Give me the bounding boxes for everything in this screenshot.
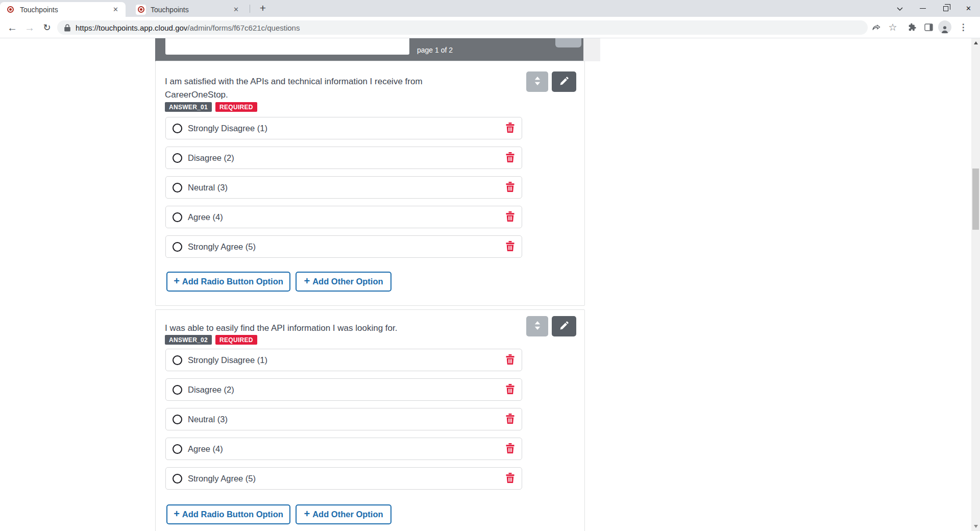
answer-id-badge: ANSWER_02 xyxy=(165,335,212,345)
option-label: Strongly Disagree (1) xyxy=(188,355,267,365)
panel-edge xyxy=(583,38,600,61)
delete-option-button[interactable] xyxy=(506,443,514,455)
profile-avatar[interactable] xyxy=(937,19,952,35)
answer-option-row: Disagree (2) xyxy=(165,147,522,169)
edit-question-button[interactable] xyxy=(552,71,576,92)
radio-button-icon[interactable] xyxy=(173,183,182,192)
answer-option-row: Disagree (2) xyxy=(165,378,522,401)
trash-icon xyxy=(506,354,514,366)
forward-icon[interactable]: → xyxy=(21,19,38,36)
delete-option-button[interactable] xyxy=(506,473,514,485)
page-indicator: page 1 of 2 xyxy=(417,38,453,61)
option-label: Disagree (2) xyxy=(188,385,234,395)
move-question-button[interactable] xyxy=(526,71,548,92)
share-icon[interactable] xyxy=(869,19,884,35)
answer-option-row: Strongly Agree (5) xyxy=(165,235,522,258)
delete-option-button[interactable] xyxy=(506,152,514,164)
option-label: Disagree (2) xyxy=(188,153,234,163)
option-label: Strongly Disagree (1) xyxy=(188,124,267,133)
radio-button-icon[interactable] xyxy=(173,355,182,365)
tab-close-icon[interactable]: ✕ xyxy=(111,5,120,14)
sort-icon xyxy=(534,76,541,87)
answer-option-row: Neutral (3) xyxy=(165,176,522,199)
radio-button-icon[interactable] xyxy=(173,385,182,395)
delete-option-button[interactable] xyxy=(506,123,514,134)
trash-icon xyxy=(506,182,514,194)
answer-option-row: Strongly Disagree (1) xyxy=(165,117,522,139)
section-tool-button[interactable] xyxy=(555,38,581,47)
extensions-icon[interactable] xyxy=(904,19,920,35)
trash-icon xyxy=(506,414,514,425)
plus-icon: + xyxy=(174,508,180,520)
tab-title: Touchpoints xyxy=(20,6,111,14)
radio-button-icon[interactable] xyxy=(173,415,182,424)
trash-icon xyxy=(506,152,514,164)
delete-option-button[interactable] xyxy=(506,354,514,366)
lock-icon xyxy=(64,24,70,32)
sort-icon xyxy=(534,321,541,332)
scroll-down-icon[interactable] xyxy=(974,525,978,528)
tab-divider xyxy=(250,5,250,13)
plus-icon: + xyxy=(304,275,310,287)
option-label: Neutral (3) xyxy=(188,183,228,192)
plus-icon: + xyxy=(304,508,310,520)
touchpoints-favicon-icon xyxy=(136,5,146,15)
plus-icon: + xyxy=(174,275,180,287)
restore-button[interactable] xyxy=(934,0,957,17)
tab-close-icon[interactable]: ✕ xyxy=(231,5,241,14)
pencil-icon xyxy=(559,76,569,87)
close-button[interactable]: ✕ xyxy=(957,0,980,17)
trash-icon xyxy=(506,211,514,223)
delete-option-button[interactable] xyxy=(506,414,514,425)
tab-touchpoints-active[interactable]: Touchpoints ✕ xyxy=(0,2,126,17)
question-text: I am satisfied with the APIs and technic… xyxy=(165,75,481,102)
delete-option-button[interactable] xyxy=(506,182,514,194)
add-radio-option-button[interactable]: + Add Radio Button Option xyxy=(166,272,290,292)
radio-button-icon[interactable] xyxy=(173,124,182,133)
answer-option-row: Agree (4) xyxy=(165,206,522,228)
answer-option-row: Strongly Agree (5) xyxy=(165,467,522,490)
reload-icon[interactable]: ↻ xyxy=(39,19,55,36)
tab-touchpoints-inactive[interactable]: Touchpoints ✕ xyxy=(131,2,246,17)
scrollbar-thumb[interactable] xyxy=(972,168,979,230)
minimize-button[interactable] xyxy=(911,0,934,17)
radio-button-icon[interactable] xyxy=(173,444,182,454)
back-icon[interactable]: ← xyxy=(4,19,20,36)
section-title-input[interactable] xyxy=(165,38,409,55)
form-builder-bar: page 1 of 2 xyxy=(155,38,583,61)
radio-button-icon[interactable] xyxy=(173,474,182,484)
radio-button-icon[interactable] xyxy=(173,153,182,163)
add-other-option-label: Add Other Option xyxy=(312,277,383,286)
question-text: I was able to easily find the API inform… xyxy=(165,322,553,335)
touchpoints-favicon-icon xyxy=(5,5,15,15)
answer-option-row: Agree (4) xyxy=(165,438,522,460)
add-other-option-button[interactable]: + Add Other Option xyxy=(296,272,391,292)
move-question-button[interactable] xyxy=(526,316,548,336)
radio-button-icon[interactable] xyxy=(173,212,182,222)
scroll-up-icon[interactable] xyxy=(974,41,978,44)
browser-toolbar: ← → ↻ https://touchpoints.app.cloud.gov/… xyxy=(0,17,980,38)
tab-title: Touchpoints xyxy=(151,6,231,14)
option-label: Neutral (3) xyxy=(188,415,228,424)
page-scrollbar[interactable] xyxy=(971,38,980,531)
url-host: https://touchpoints.app.cloud.gov xyxy=(76,23,187,32)
trash-icon xyxy=(506,473,514,485)
add-other-option-label: Add Other Option xyxy=(312,510,383,519)
delete-option-button[interactable] xyxy=(506,211,514,223)
answer-option-row: Strongly Disagree (1) xyxy=(165,349,522,371)
chrome-menu-icon[interactable]: ⋮ xyxy=(955,19,971,35)
tab-search-chevron-icon[interactable] xyxy=(888,0,911,17)
new-tab-button[interactable]: + xyxy=(256,1,270,15)
pencil-icon xyxy=(559,321,569,332)
browser-tab-strip: Touchpoints ✕ Touchpoints ✕ + ✕ xyxy=(0,0,980,17)
bookmark-star-icon[interactable]: ☆ xyxy=(885,19,900,35)
add-radio-option-button[interactable]: + Add Radio Button Option xyxy=(166,504,290,524)
edit-question-button[interactable] xyxy=(552,316,576,336)
address-bar[interactable]: https://touchpoints.app.cloud.gov/admin/… xyxy=(57,20,868,35)
delete-option-button[interactable] xyxy=(506,384,514,396)
radio-button-icon[interactable] xyxy=(173,242,182,252)
add-radio-option-label: Add Radio Button Option xyxy=(182,510,283,519)
add-other-option-button[interactable]: + Add Other Option xyxy=(296,504,391,524)
side-panel-icon[interactable] xyxy=(921,19,936,35)
delete-option-button[interactable] xyxy=(506,241,514,253)
